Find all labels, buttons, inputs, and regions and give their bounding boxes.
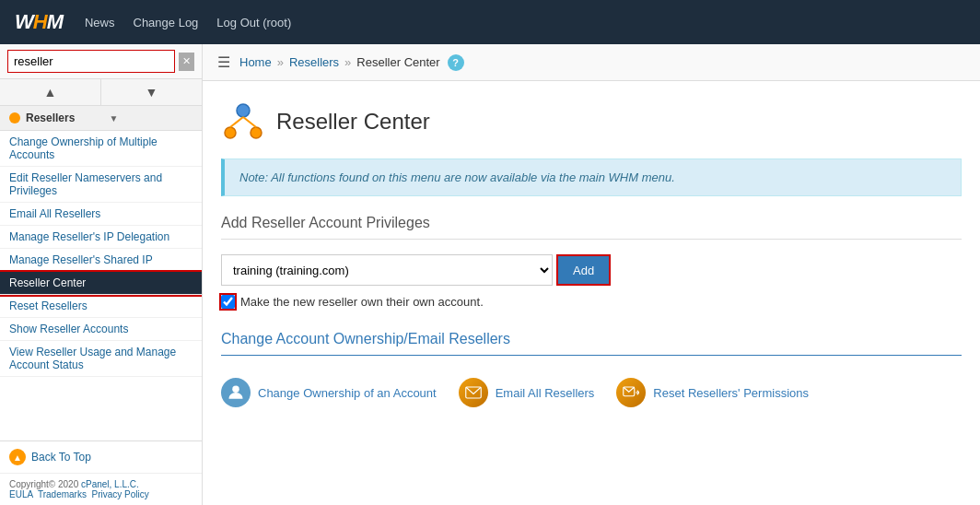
- envelope-icon: [459, 378, 488, 407]
- person-icon: [221, 378, 251, 407]
- breadcrumb-sep-2: »: [344, 55, 351, 69]
- nav-up-button[interactable]: ▲: [0, 79, 101, 105]
- sidebar-item-reset-resellers[interactable]: Reset Resellers: [0, 295, 202, 318]
- add-reseller-title: Add Reseller Account Privileges: [221, 215, 962, 240]
- info-box: Note: All functions found on this menu a…: [221, 159, 962, 196]
- sidebar-item-shared-ip[interactable]: Manage Reseller's Shared IP: [0, 249, 202, 272]
- own-account-label: Make the new reseller own their own acco…: [240, 295, 484, 309]
- page-title-row: Reseller Center: [221, 100, 962, 144]
- action-change-ownership-label: Change Ownership of an Account: [258, 386, 437, 400]
- section-label: Resellers: [26, 112, 110, 124]
- nav-down-button[interactable]: ▼: [101, 79, 202, 105]
- clear-search-button[interactable]: ✕: [179, 53, 194, 71]
- menu-icon[interactable]: ☰: [217, 53, 230, 71]
- sidebar-item-show-reseller-accounts[interactable]: Show Reseller Accounts: [0, 318, 202, 341]
- action-reset-permissions[interactable]: Reset Resellers' Permissions: [616, 378, 809, 407]
- privacy-link[interactable]: Privacy Policy: [92, 489, 149, 499]
- add-button[interactable]: Add: [556, 254, 611, 286]
- sidebar: ✕ ▲ ▼ Resellers ▼ Change Ownership of Mu…: [0, 44, 203, 505]
- trademarks-link[interactable]: Trademarks: [38, 489, 87, 499]
- chevron-down-icon: ▼: [110, 113, 193, 123]
- section-header-resellers[interactable]: Resellers ▼: [0, 106, 202, 131]
- search-bar: ✕: [0, 44, 202, 79]
- page-icon: [221, 100, 265, 144]
- sidebar-item-change-ownership[interactable]: Change Ownership of Multiple Accounts: [0, 131, 202, 167]
- breadcrumb-current: Reseller Center: [356, 55, 439, 69]
- logo: WHM: [15, 10, 63, 34]
- nav-changelog[interactable]: Change Log: [134, 16, 199, 29]
- breadcrumb: ☰ Home » Resellers » Reseller Center ?: [203, 44, 980, 81]
- page-title: Reseller Center: [276, 109, 430, 135]
- sidebar-item-view-reseller-usage[interactable]: View Reseller Usage and Manage Account S…: [0, 341, 202, 377]
- own-account-checkbox[interactable]: [221, 295, 235, 309]
- sidebar-item-ip-delegation[interactable]: Manage Reseller's IP Delegation: [0, 226, 202, 249]
- back-to-top-link[interactable]: Back To Top: [31, 451, 91, 464]
- top-nav: WHM News Change Log Log Out (root): [0, 0, 980, 44]
- copyright-text: Copyright© 2020: [9, 479, 81, 489]
- action-email-all[interactable]: Email All Resellers: [459, 378, 595, 407]
- action-links: Change Ownership of an Account Email All…: [221, 370, 962, 415]
- main-content: ☰ Home » Resellers » Reseller Center ? R…: [203, 44, 980, 505]
- sidebar-footer: Copyright© 2020 cPanel, L.L.C. EULA Trad…: [0, 473, 202, 505]
- nav-logout[interactable]: Log Out (root): [216, 16, 291, 29]
- checkbox-row: Make the new reseller own their own acco…: [221, 295, 962, 309]
- breadcrumb-resellers[interactable]: Resellers: [289, 55, 339, 69]
- info-text: Note: All functions found on this menu a…: [239, 170, 675, 184]
- up-icon: ▲: [9, 449, 26, 465]
- change-ownership-section: Change Account Ownership/Email Resellers…: [221, 331, 962, 415]
- back-to-top[interactable]: ▲ Back To Top: [0, 440, 202, 473]
- action-email-label: Email All Resellers: [496, 386, 595, 400]
- breadcrumb-home[interactable]: Home: [239, 55, 272, 69]
- envelope-arrow-icon: [616, 378, 646, 407]
- cpanel-link[interactable]: cPanel, L.L.C.: [81, 479, 139, 489]
- svg-point-1: [225, 127, 236, 138]
- nav-arrows: ▲ ▼: [0, 79, 202, 106]
- search-input[interactable]: [7, 50, 175, 73]
- add-reseller-section: Add Reseller Account Privileges training…: [221, 215, 962, 309]
- sidebar-item-edit-reseller[interactable]: Edit Reseller Nameservers and Privileges: [0, 167, 202, 203]
- reseller-select[interactable]: training (training.com): [221, 254, 553, 286]
- sidebar-item-email-all[interactable]: Email All Resellers: [0, 203, 202, 226]
- svg-point-0: [237, 104, 250, 117]
- svg-point-5: [232, 386, 239, 393]
- help-icon[interactable]: ?: [448, 54, 464, 71]
- action-change-ownership[interactable]: Change Ownership of an Account: [221, 378, 437, 407]
- svg-line-3: [230, 117, 243, 127]
- breadcrumb-sep-1: »: [277, 55, 284, 69]
- nav-news[interactable]: News: [85, 16, 115, 29]
- section-dot: [9, 112, 20, 123]
- svg-point-2: [251, 127, 262, 138]
- add-row: training (training.com) Add: [221, 254, 962, 286]
- sidebar-item-reseller-center[interactable]: Reseller Center: [0, 272, 202, 295]
- change-ownership-title: Change Account Ownership/Email Resellers: [221, 331, 962, 356]
- eula-link[interactable]: EULA: [9, 489, 33, 499]
- sidebar-menu: Change Ownership of Multiple Accounts Ed…: [0, 131, 202, 377]
- svg-line-4: [243, 117, 256, 127]
- action-reset-label: Reset Resellers' Permissions: [653, 386, 809, 400]
